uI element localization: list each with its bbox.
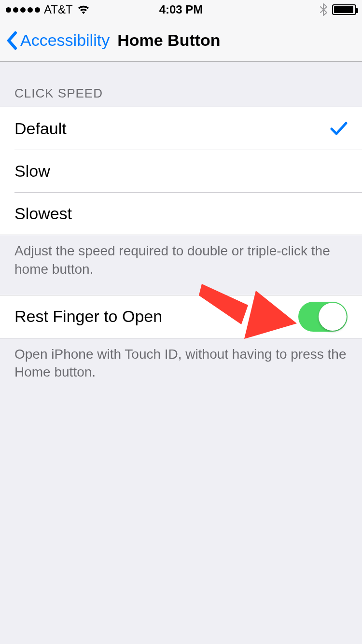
option-label: Slowest bbox=[14, 204, 72, 223]
status-bar: AT&T 4:03 PM bbox=[0, 0, 362, 19]
chevron-left-icon bbox=[6, 31, 17, 50]
back-button[interactable]: Accessibility bbox=[6, 31, 110, 50]
option-label: Slow bbox=[14, 162, 50, 181]
switch-knob bbox=[319, 303, 347, 331]
bluetooth-icon bbox=[320, 3, 327, 16]
carrier-label: AT&T bbox=[44, 3, 73, 16]
nav-bar: Accessibility Home Button bbox=[0, 19, 362, 62]
wifi-icon bbox=[77, 4, 90, 15]
click-speed-option-slowest[interactable]: Slowest bbox=[0, 192, 362, 235]
click-speed-options: Default Slow Slowest bbox=[0, 107, 362, 235]
status-left: AT&T bbox=[6, 3, 90, 16]
signal-strength-icon bbox=[6, 7, 40, 13]
checkmark-icon bbox=[330, 121, 348, 136]
status-right bbox=[320, 3, 356, 16]
back-label: Accessibility bbox=[20, 31, 110, 50]
click-speed-option-default[interactable]: Default bbox=[0, 107, 362, 150]
rest-finger-label: Rest Finger to Open bbox=[14, 307, 162, 326]
page-title: Home Button bbox=[117, 31, 220, 50]
rest-finger-toggle[interactable] bbox=[298, 302, 348, 332]
rest-finger-group: Rest Finger to Open bbox=[0, 295, 362, 338]
section-footer-click-speed: Adjust the speed required to double or t… bbox=[0, 235, 362, 295]
section-header-click-speed: CLICK SPEED bbox=[0, 62, 362, 107]
battery-icon bbox=[332, 4, 356, 15]
click-speed-option-slow[interactable]: Slow bbox=[0, 150, 362, 192]
section-footer-rest-finger: Open iPhone with Touch ID, without havin… bbox=[0, 338, 362, 398]
option-label: Default bbox=[14, 119, 67, 138]
rest-finger-row: Rest Finger to Open bbox=[0, 295, 362, 338]
status-time: 4:03 PM bbox=[159, 3, 203, 16]
